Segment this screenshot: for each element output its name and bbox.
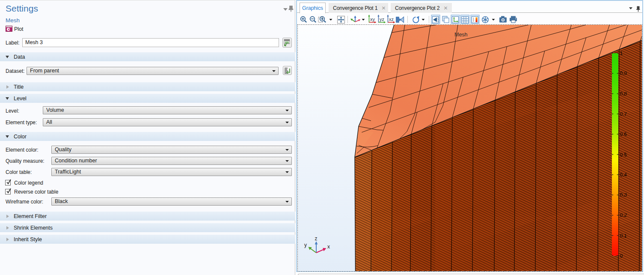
svg-text:yz: yz	[380, 17, 384, 22]
svg-text:0.4: 0.4	[620, 172, 627, 178]
svg-text:y: y	[304, 242, 307, 248]
svg-text:1: 1	[620, 50, 623, 56]
svg-text:x: x	[327, 244, 330, 250]
svg-text:Mesh: Mesh	[454, 32, 468, 38]
svg-text:0: 0	[620, 253, 623, 259]
svg-text:0.2: 0.2	[620, 212, 627, 218]
svg-text:0.1: 0.1	[620, 233, 627, 239]
svg-text:0.8: 0.8	[620, 91, 627, 97]
svg-text:0.5: 0.5	[620, 152, 627, 158]
svg-text:z: z	[315, 236, 318, 242]
svg-text:0.7: 0.7	[620, 111, 627, 117]
svg-text:xz: xz	[389, 17, 394, 22]
svg-text:0.3: 0.3	[620, 192, 627, 198]
svg-text:0.6: 0.6	[620, 131, 627, 137]
svg-text:0.9: 0.9	[620, 70, 627, 76]
svg-text:xy: xy	[370, 17, 375, 22]
